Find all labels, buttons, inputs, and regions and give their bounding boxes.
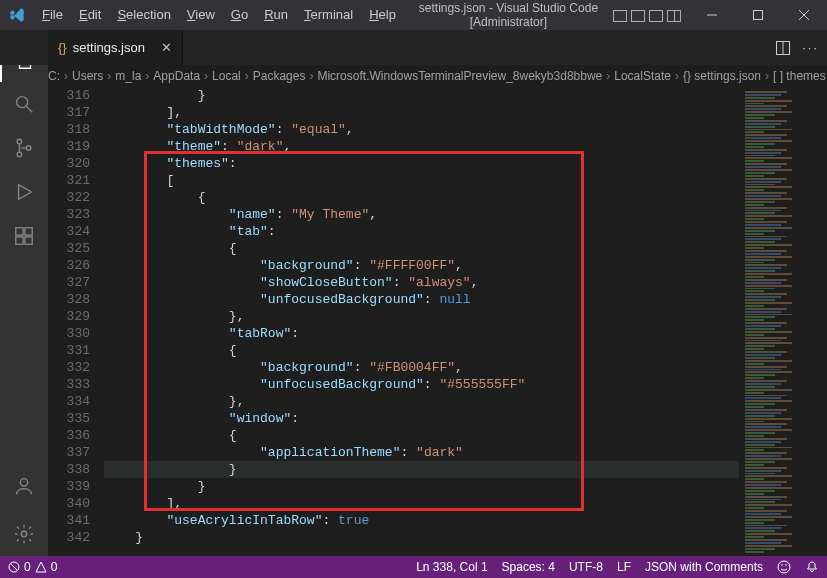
status-language-mode[interactable]: JSON with Comments	[645, 560, 763, 574]
settings-gear-icon[interactable]	[0, 512, 48, 556]
status-indentation[interactable]: Spaces: 4	[502, 560, 555, 574]
breadcrumb-segment[interactable]: LocalState	[614, 69, 671, 83]
minimap-line	[745, 507, 764, 509]
tab-settings-json[interactable]: {} settings.json ✕	[48, 30, 183, 65]
minimap-line	[745, 522, 764, 524]
layout-panel-right-icon[interactable]	[649, 10, 663, 22]
code-line[interactable]: "tab":	[104, 223, 739, 240]
minimap-line	[745, 131, 764, 133]
minimap-line	[745, 114, 775, 116]
menu-terminal[interactable]: Terminal	[296, 0, 361, 30]
menu-file[interactable]: File	[34, 0, 71, 30]
minimap-line	[745, 383, 781, 385]
status-eol[interactable]: LF	[617, 560, 631, 574]
editor-layout-icons[interactable]	[613, 9, 681, 22]
code-line[interactable]: }	[104, 529, 739, 546]
minimap-line	[745, 493, 764, 495]
code-line[interactable]: [	[104, 172, 739, 189]
maximize-button[interactable]	[735, 0, 781, 30]
editor[interactable]: 3163173183193203213223233243253263273283…	[48, 87, 827, 556]
minimap-line	[745, 516, 792, 518]
minimap[interactable]	[739, 87, 827, 556]
code-line[interactable]: "window":	[104, 410, 739, 427]
run-debug-icon[interactable]	[0, 170, 48, 214]
code-line[interactable]: }	[104, 461, 739, 478]
breadcrumb-segment[interactable]: Local	[212, 69, 241, 83]
code-line[interactable]: },	[104, 308, 739, 325]
code-line[interactable]: },	[104, 393, 739, 410]
minimap-line	[745, 172, 775, 174]
more-actions-icon[interactable]: ···	[802, 40, 819, 55]
code-line[interactable]: {	[104, 240, 739, 257]
code-line[interactable]: "tabWidthMode": "equal",	[104, 121, 739, 138]
close-icon[interactable]: ✕	[161, 40, 172, 55]
breadcrumb-segment[interactable]: C:	[48, 69, 60, 83]
menu-edit[interactable]: Edit	[71, 0, 109, 30]
status-cursor-position[interactable]: Ln 338, Col 1	[416, 560, 487, 574]
line-number: 319	[48, 138, 90, 155]
code-line[interactable]: "showCloseButton": "always",	[104, 274, 739, 291]
menu-view[interactable]: View	[179, 0, 223, 30]
layout-customize-icon[interactable]	[667, 10, 681, 22]
breadcrumb-segment[interactable]: AppData	[153, 69, 200, 83]
menu-run[interactable]: Run	[256, 0, 296, 30]
breadcrumb-segment[interactable]: m_la	[115, 69, 141, 83]
minimap-line	[745, 461, 775, 463]
minimap-line	[745, 305, 764, 307]
status-encoding[interactable]: UTF-8	[569, 560, 603, 574]
minimap-line	[745, 129, 792, 131]
breadcrumb-segment[interactable]: Packages	[253, 69, 306, 83]
code-area[interactable]: } ], "tabWidthMode": "equal", "theme": "…	[104, 87, 739, 556]
code-line[interactable]: "background": "#FB0004FF",	[104, 359, 739, 376]
minimap-line	[745, 426, 781, 428]
minimap-line	[745, 285, 792, 287]
svg-rect-10	[16, 228, 23, 235]
extensions-icon[interactable]	[0, 214, 48, 258]
status-notifications-icon[interactable]	[805, 560, 819, 574]
code-line[interactable]: "background": "#FFFF00FF",	[104, 257, 739, 274]
code-line[interactable]: }	[104, 87, 739, 104]
line-number-gutter: 3163173183193203213223233243253263273283…	[48, 87, 104, 556]
layout-panel-left-icon[interactable]	[613, 10, 627, 22]
code-line[interactable]: "themes":	[104, 155, 739, 172]
minimap-line	[745, 351, 787, 353]
search-icon[interactable]	[0, 82, 48, 126]
minimap-line	[745, 160, 764, 162]
code-line[interactable]: "theme": "dark",	[104, 138, 739, 155]
breadcrumb-segment[interactable]: {} settings.json	[683, 69, 761, 83]
code-line[interactable]: "unfocusedBackground": null	[104, 291, 739, 308]
code-line[interactable]: "name": "My Theme",	[104, 206, 739, 223]
menu-selection[interactable]: Selection	[109, 0, 178, 30]
source-control-icon[interactable]	[0, 126, 48, 170]
split-editor-icon[interactable]	[776, 41, 790, 55]
code-line[interactable]: "unfocusedBackground": "#555555FF"	[104, 376, 739, 393]
close-button[interactable]	[781, 0, 827, 30]
code-line[interactable]: "applicationTheme": "dark"	[104, 444, 739, 461]
code-line[interactable]: "tabRow":	[104, 325, 739, 342]
status-feedback-icon[interactable]	[777, 560, 791, 574]
code-line[interactable]: {	[104, 189, 739, 206]
accounts-icon[interactable]	[0, 464, 48, 508]
layout-panel-bottom-icon[interactable]	[631, 10, 645, 22]
minimap-line	[745, 490, 775, 492]
breadcrumb-segment[interactable]: [ ] themes	[773, 69, 826, 83]
status-problems[interactable]: 0 0	[8, 560, 57, 574]
breadcrumb[interactable]: C:›Users›m_la›AppData›Local›Packages›Mic…	[48, 65, 827, 87]
breadcrumb-segment[interactable]: Microsoft.WindowsTerminalPreview_8wekyb3…	[317, 69, 602, 83]
code-line[interactable]: ],	[104, 495, 739, 512]
code-line[interactable]: }	[104, 478, 739, 495]
minimize-button[interactable]	[689, 0, 735, 30]
window-title: settings.json - Visual Studio Code [Admi…	[404, 1, 613, 29]
code-line[interactable]: {	[104, 427, 739, 444]
code-line[interactable]: ],	[104, 104, 739, 121]
breadcrumb-segment[interactable]: Users	[72, 69, 103, 83]
menu-help[interactable]: Help	[361, 0, 404, 30]
menu-go[interactable]: Go	[223, 0, 256, 30]
line-number: 342	[48, 529, 90, 546]
minimap-line	[745, 123, 781, 125]
code-line[interactable]: {	[104, 342, 739, 359]
minimap-line	[745, 270, 775, 272]
chevron-right-icon: ›	[245, 69, 249, 83]
code-line[interactable]: "useAcrylicInTabRow": true	[104, 512, 739, 529]
minimap-line	[745, 455, 781, 457]
